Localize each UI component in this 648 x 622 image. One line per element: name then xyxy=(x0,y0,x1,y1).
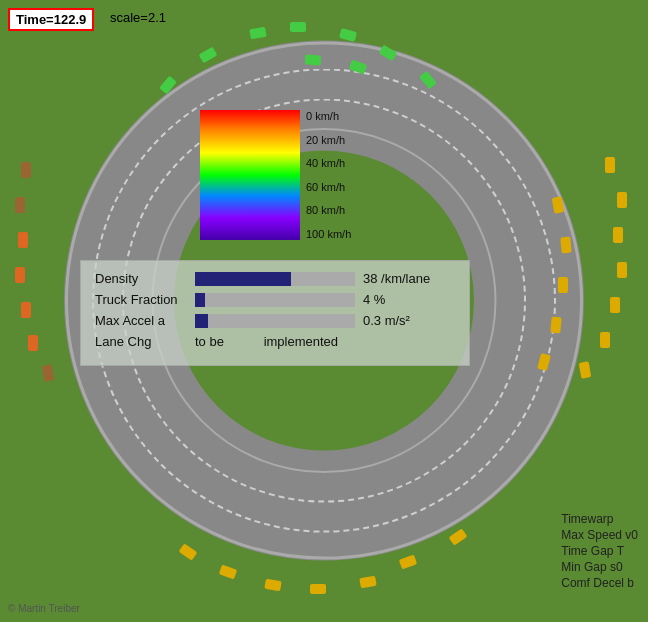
car xyxy=(605,157,615,173)
speed-legend: 0 km/h 20 km/h 40 km/h 60 km/h 80 km/h 1… xyxy=(200,110,351,240)
max-accel-bar xyxy=(195,314,208,328)
car xyxy=(558,277,568,293)
truck-fraction-bar xyxy=(195,293,205,307)
car xyxy=(249,27,266,40)
car xyxy=(449,528,468,545)
car xyxy=(219,565,237,580)
bottom-right-panel: Timewarp Max Speed v0 Time Gap T Min Gap… xyxy=(561,512,638,592)
time-gap-label[interactable]: Time Gap T xyxy=(561,544,638,558)
scale-value: scale=2.1 xyxy=(110,10,166,25)
car xyxy=(419,71,437,90)
timewarp-label[interactable]: Timewarp xyxy=(561,512,638,526)
density-row: Density 38 /km/lane xyxy=(95,271,455,286)
min-gap-label[interactable]: Min Gap s0 xyxy=(561,560,638,574)
legend-label-0: 0 km/h xyxy=(306,110,351,122)
car xyxy=(550,317,561,334)
car xyxy=(305,54,322,65)
car xyxy=(21,162,31,178)
max-speed-label[interactable]: Max Speed v0 xyxy=(561,528,638,542)
car xyxy=(617,262,627,278)
info-panel: Density 38 /km/lane Truck Fraction 4 % M… xyxy=(80,260,470,366)
car xyxy=(579,361,592,378)
car xyxy=(21,302,31,318)
car xyxy=(290,22,306,32)
legend-label-100: 100 km/h xyxy=(306,228,351,240)
car xyxy=(617,192,627,208)
car xyxy=(537,353,551,371)
legend-label-40: 40 km/h xyxy=(306,157,351,169)
copyright-text: © Martin Treiber xyxy=(8,603,80,614)
truck-fraction-row: Truck Fraction 4 % xyxy=(95,292,455,307)
time-display: Time=122.9 xyxy=(8,8,94,31)
car xyxy=(18,232,28,248)
car xyxy=(310,584,326,594)
legend-label-20: 20 km/h xyxy=(306,134,351,146)
car xyxy=(199,47,218,64)
legend-gradient xyxy=(200,110,300,240)
legend-label-60: 60 km/h xyxy=(306,181,351,193)
legend-labels: 0 km/h 20 km/h 40 km/h 60 km/h 80 km/h 1… xyxy=(300,110,351,240)
car xyxy=(600,332,610,348)
time-value: Time=122.9 xyxy=(16,12,86,27)
car xyxy=(179,543,198,560)
car xyxy=(613,227,623,243)
density-label: Density xyxy=(95,271,195,286)
car xyxy=(15,267,25,283)
lane-chg-row: Lane Chg to be implemented xyxy=(95,334,455,349)
comf-decel-label[interactable]: Comf Decel b xyxy=(561,576,638,590)
car xyxy=(399,555,417,570)
car xyxy=(15,197,25,213)
lane-chg-label: Lane Chg xyxy=(95,334,195,349)
scale-display: scale=2.1 xyxy=(110,10,166,25)
car xyxy=(359,576,376,589)
max-accel-bar-container[interactable] xyxy=(195,314,355,328)
car xyxy=(560,237,571,254)
car xyxy=(264,579,281,592)
car xyxy=(552,196,565,213)
truck-fraction-value: 4 % xyxy=(363,292,385,307)
car xyxy=(339,28,357,42)
density-bar xyxy=(195,272,291,286)
truck-fraction-label: Truck Fraction xyxy=(95,292,195,307)
car xyxy=(159,76,177,95)
max-accel-row: Max Accel a 0.3 m/s² xyxy=(95,313,455,328)
car xyxy=(28,335,38,351)
truck-fraction-bar-container[interactable] xyxy=(195,293,355,307)
car xyxy=(379,45,398,62)
density-value: 38 /km/lane xyxy=(363,271,430,286)
max-accel-label: Max Accel a xyxy=(95,313,195,328)
lane-chg-value: to be implemented xyxy=(195,334,338,349)
density-bar-container[interactable] xyxy=(195,272,355,286)
car xyxy=(349,60,367,75)
car xyxy=(610,297,620,313)
max-accel-value: 0.3 m/s² xyxy=(363,313,410,328)
car xyxy=(42,364,55,381)
legend-label-80: 80 km/h xyxy=(306,204,351,216)
